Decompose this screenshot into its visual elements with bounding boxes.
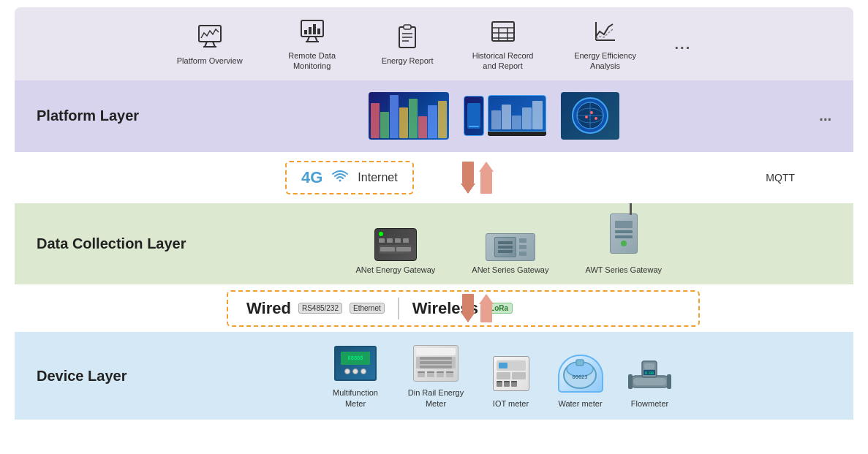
svg-line-2 <box>213 42 215 47</box>
comm-row: 4G Internet MQTT <box>15 152 853 203</box>
app-layer: Platform Overview Remote Data Monitoring <box>15 7 853 80</box>
awt-series-label: AWT Series Gateway <box>585 265 662 274</box>
platform-layer-title: Platform Layer <box>37 107 168 124</box>
separator <box>398 298 399 319</box>
map-screen <box>561 92 619 140</box>
water-meter-label: Water meter <box>558 398 602 409</box>
svg-rect-11 <box>317 29 320 34</box>
wire-row: Wired RS485/232 Ethernet Wireless LoRa <box>15 284 853 332</box>
din-rail-meter-icon <box>412 343 460 383</box>
clipboard-icon <box>393 22 422 51</box>
din-rail-meter: Din Rail Energy Meter <box>407 343 465 409</box>
line-chart-icon <box>591 17 620 46</box>
table-icon <box>488 17 518 46</box>
iot-meter-icon <box>487 354 535 394</box>
awt-series-gateway: AWT Series Gateway <box>585 213 662 274</box>
multifunction-meter-icon: 88888 <box>332 343 380 383</box>
svg-line-5 <box>307 37 309 42</box>
remote-monitoring-label: Remote Data Monitoring <box>279 50 345 72</box>
svg-rect-42 <box>628 374 633 389</box>
multifunction-meter: 88888 Multifunction Meter <box>326 343 385 409</box>
app-item-energy-efficiency: Energy Efficiency Analysis <box>573 17 638 72</box>
internet-label: Internet <box>358 171 397 184</box>
wire-arrows <box>461 294 494 322</box>
iot-meter-label: IOT meter <box>493 398 529 409</box>
svg-rect-8 <box>304 30 307 34</box>
water-meter: 00023 Water meter <box>556 354 604 409</box>
flowmeter-label: Flowmeter <box>631 398 668 409</box>
app-item-energy-report: Energy Report <box>382 22 434 66</box>
dashboard-screen <box>369 92 449 140</box>
historical-record-label: Historical Record and Report <box>470 50 536 72</box>
svg-rect-13 <box>404 25 411 29</box>
platform-layer: Platform Layer <box>15 79 853 152</box>
iot-meter: IOT meter <box>487 354 535 409</box>
energy-efficiency-label: Energy Efficiency Analysis <box>573 50 638 72</box>
chart-icon <box>298 17 327 46</box>
svg-rect-0 <box>199 26 221 42</box>
platform-screens <box>168 92 819 140</box>
anet-energy-icon <box>374 228 417 261</box>
awt-series-icon <box>610 213 638 261</box>
app-item-platform-overview: Platform Overview <box>177 22 243 66</box>
rs485-badge: RS485/232 <box>298 303 342 314</box>
water-meter-icon: 00023 <box>556 354 604 394</box>
energy-report-label: Energy Report <box>382 56 434 66</box>
svg-rect-39 <box>644 363 654 369</box>
multifunction-meter-label: Multifunction Meter <box>326 387 385 409</box>
platform-overview-label: Platform Overview <box>177 56 243 66</box>
mqtt-label: MQTT <box>766 172 795 184</box>
anet-series-gateway: ANet Series Gateway <box>472 233 548 274</box>
svg-rect-10 <box>313 24 316 34</box>
ethernet-badge: Ethernet <box>350 303 385 314</box>
svg-rect-43 <box>667 374 671 389</box>
wired-label: Wired <box>246 299 291 318</box>
device-layer: Device Layer 88888 Mu <box>15 332 853 420</box>
wire-arrow-down <box>461 294 475 322</box>
svg-line-1 <box>205 42 207 47</box>
svg-rect-37 <box>633 378 666 385</box>
device-layer-title: Device Layer <box>37 368 168 385</box>
svg-text:00023: 00023 <box>572 374 587 380</box>
anet-series-label: ANet Series Gateway <box>472 265 548 274</box>
data-collection-layer: Data Collection Layer <box>15 203 853 284</box>
svg-point-31 <box>595 117 597 120</box>
svg-rect-34 <box>576 360 584 366</box>
svg-rect-9 <box>309 27 312 34</box>
comm-arrows <box>461 162 494 194</box>
gateway-items: ANet Energy Gateway ANet Serie <box>186 213 831 274</box>
anet-energy-label: ANet Energy Gateway <box>355 265 435 274</box>
monitor-icon <box>195 22 224 51</box>
device-items: 88888 Multifunction Meter <box>168 343 831 409</box>
signal-icon <box>331 169 349 187</box>
anet-series-icon <box>486 233 535 261</box>
app-layer-more: ... <box>675 36 692 53</box>
flowmeter: 0.00 Flowmeter <box>626 354 673 409</box>
flowmeter-icon: 0.00 <box>626 354 673 394</box>
anet-energy-gateway: ANet Energy Gateway <box>355 228 435 274</box>
app-item-historical-record: Historical Record and Report <box>470 17 536 72</box>
arrow-down <box>461 162 475 194</box>
din-rail-label: Din Rail Energy Meter <box>407 387 465 409</box>
platform-layer-more: ... <box>819 107 831 124</box>
4g-label: 4G <box>301 168 322 187</box>
svg-point-29 <box>590 111 593 114</box>
data-collection-title: Data Collection Layer <box>37 235 186 252</box>
svg-text:0.00: 0.00 <box>645 371 654 375</box>
wire-arrow-up <box>479 294 494 322</box>
svg-line-6 <box>315 37 317 42</box>
svg-point-30 <box>585 116 588 118</box>
internet-comm-box: 4G Internet <box>285 161 414 194</box>
phone-laptop-group <box>464 95 546 136</box>
diagram-container: Platform Overview Remote Data Monitoring <box>0 0 868 454</box>
app-item-remote-monitoring: Remote Data Monitoring <box>279 17 345 72</box>
arrow-up <box>479 162 494 194</box>
